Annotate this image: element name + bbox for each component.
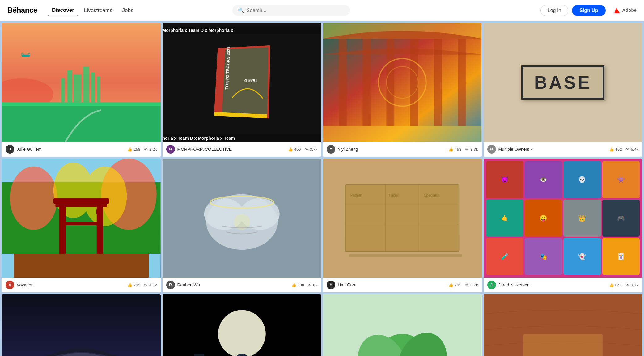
likes-value: 258 [133,147,140,152]
avatar: J [487,281,496,289]
project-card-10[interactable] [163,294,321,356]
card-stats: 👍 258 👁 2.2k [127,147,157,152]
thumbs-up-icon: 👍 [127,147,132,152]
likes-count: 👍 458 [448,147,461,152]
views-count: 👁 6k [308,283,317,287]
card-author: Multiple Owners▼ [498,147,607,152]
eye-icon: 👁 [144,147,148,152]
avatar: V [6,281,14,289]
views-value: 2.2k [149,147,157,152]
card-footer: YYiyi Zheng 👍 458 👁 3.3k [323,142,482,157]
project-grid: JJulie Guillem 👍 258 👁 2.2k Morphoria x … [0,21,644,356]
svg-text:Facial: Facial [389,193,399,197]
search-bar: 🔍 [232,5,350,16]
card-footer: MMORPHORIA COLLECTIVE 👍 499 👁 3.7k [163,142,321,157]
avatar: H [327,281,335,289]
card-footer: HHan Gao 👍 735 👁 6.7k [323,278,482,292]
project-card-8[interactable]: 😈👁️💀👾🤙😛👑🎮🧪🎭👻🃏JJared Nickerson 👍 644 👁 3.… [484,159,642,292]
search-input[interactable] [247,8,344,13]
likes-count: 👍 258 [127,147,140,152]
likes-value: 499 [294,147,301,152]
svg-rect-11 [91,72,95,102]
login-button[interactable]: Log In [540,5,568,16]
views-count: 👁 3.3k [465,147,478,152]
marquee-bottom: horia x Team D x Morphoria x Team [163,134,321,142]
card-stats: 👍 735 👁 6.7k [448,283,478,287]
likes-value: 838 [298,283,304,287]
main-content: JJulie Guillem 👍 258 👁 2.2k Morphoria x … [0,0,644,356]
card-footer: JJared Nickerson 👍 644 👁 3.7k [484,278,642,292]
likes-count: 👍 735 [448,283,461,287]
svg-text:Bëhance: Bëhance [7,6,37,14]
project-card-1[interactable]: JJulie Guillem 👍 258 👁 2.2k [2,23,161,157]
views-count: 👁 3.7k [625,283,638,287]
marquee-top: Morphoria x Team D x Morphoria x [163,27,321,34]
svg-rect-25 [323,126,482,142]
nav-livestreams[interactable]: Livestreams [80,5,116,16]
views-count: 👁 5.4k [625,147,638,152]
nav-jobs[interactable]: Jobs [118,5,137,16]
svg-rect-10 [83,66,89,102]
chevron-down-icon: ▼ [530,148,533,151]
views-count: 👁 4.1k [144,283,157,287]
thumbs-up-icon: 👍 [291,283,296,287]
card-author: Voyager . [17,282,125,287]
likes-value: 735 [455,283,461,287]
likes-count: 👍 499 [288,147,301,152]
thumbs-up-icon: 👍 [127,283,132,287]
likes-count: 👍 838 [291,283,304,287]
svg-point-40 [83,167,127,226]
card-author: MORPHORIA COLLECTIVE [177,147,286,152]
svg-rect-23 [323,23,482,142]
behance-logo[interactable]: Bëhance [7,5,38,16]
card-author: Reuben Wu [177,282,289,287]
card-footer: RReuben Wu 👍 838 👁 6k [163,278,321,292]
main-nav: Discover Livestreams Jobs [48,5,137,16]
nav-discover[interactable]: Discover [48,5,78,16]
project-card-7[interactable]: Pattern Facial Specialist HHan Gao 👍 735… [323,159,482,292]
card-stats: 👍 735 👁 4.1k [127,283,157,287]
signup-button[interactable]: Sign Up [572,5,605,16]
card-stats: 👍 838 👁 6k [291,283,317,287]
eye-icon: 👁 [465,147,469,152]
svg-rect-70 [194,354,204,356]
views-value: 5.4k [631,147,638,152]
card-footer: VVoyager . 👍 735 👁 4.1k [2,278,161,292]
project-card-9[interactable] [2,294,161,356]
thumbs-up-icon: 👍 [609,147,614,152]
card-footer: MMultiple Owners▼ 👍 452 👁 5.4k [484,142,642,157]
project-card-5[interactable]: VVoyager . 👍 735 👁 4.1k [2,159,161,292]
views-count: 👁 6.7k [465,283,478,287]
card-stats: 👍 452 👁 5.4k [609,147,638,152]
project-card-12[interactable] [484,294,642,356]
project-card-11[interactable] [323,294,482,356]
svg-rect-47 [96,209,101,214]
avatar: Y [327,145,335,154]
thumbs-up-icon: 👍 [448,283,453,287]
avatar: J [6,145,14,154]
avatar: M [166,145,175,154]
thumbs-up-icon: 👍 [609,283,614,287]
svg-text:Pattern: Pattern [350,193,362,197]
search-icon: 🔍 [238,7,244,13]
svg-text:Specialist: Specialist [424,193,440,197]
likes-value: 452 [615,147,622,152]
project-card-6[interactable]: RReuben Wu 👍 838 👁 6k [163,159,321,292]
likes-value: 458 [455,147,461,152]
svg-point-66 [218,310,265,356]
views-value: 4.1k [149,283,157,287]
svg-rect-8 [67,70,72,102]
header: Bëhance Discover Livestreams Jobs 🔍 Log … [0,0,644,21]
svg-rect-12 [97,76,100,102]
thumbs-up-icon: 👍 [288,147,293,152]
views-value: 3.3k [470,147,478,152]
card-author: Han Gao [338,282,446,287]
likes-value: 644 [615,283,622,287]
project-card-2[interactable]: Morphoria x Team D x Morphoria x TOKYO T… [163,23,321,157]
project-card-3[interactable]: YYiyi Zheng 👍 458 👁 3.3k [323,23,482,157]
card-stats: 👍 458 👁 3.3k [448,147,478,152]
project-card-4[interactable]: BASE MMultiple Owners▼ 👍 452 👁 5.4k [484,23,642,157]
eye-icon: 👁 [308,283,312,287]
card-author: Jared Nickerson [498,282,607,287]
thumbs-up-icon: 👍 [448,147,453,152]
